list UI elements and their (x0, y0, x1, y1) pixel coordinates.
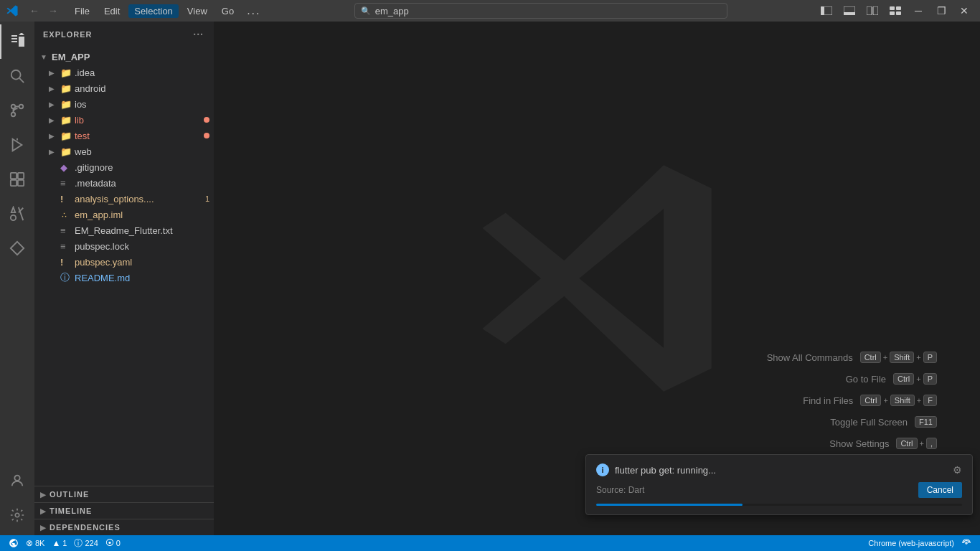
restore-button[interactable]: ❐ (931, 4, 951, 18)
folder-name-android: android (75, 83, 214, 94)
close-button[interactable]: ✕ (954, 4, 974, 18)
tree-item-pubspec-yaml[interactable]: ▶ ! pubspec.yaml (34, 254, 214, 270)
notification-cancel-button[interactable]: Cancel (918, 482, 962, 498)
tree-item-readme-md[interactable]: ▶ ⓘ README.md (34, 270, 214, 286)
outline-section-header[interactable]: ▶ OUTLINE (34, 486, 214, 502)
status-language[interactable]: Chrome (web-javascript) (865, 535, 957, 551)
activity-account-icon[interactable] (0, 463, 34, 498)
svg-point-14 (11, 113, 16, 117)
file-name-readme-flutter: EM_Readme_Flutter.txt (75, 225, 214, 236)
tree-item-analysis-options[interactable]: ▶ ! analysis_options.... 1 (34, 191, 214, 207)
shortcut-keys-show-settings: Ctrl + , (896, 438, 937, 449)
tree-item-em-app-iml[interactable]: ▶ ⛬ em_app.iml (34, 207, 214, 222)
customize-layout-button[interactable] (885, 4, 905, 18)
tree-item-pubspec-lock[interactable]: ▶ ≡ pubspec.lock (34, 238, 214, 254)
menu-more[interactable]: ... (242, 3, 265, 19)
activity-bar (0, 22, 34, 535)
folder-name-lib: lib (75, 115, 201, 126)
svg-rect-1 (821, 6, 824, 15)
file-name-analysis-options: analysis_options.... (75, 194, 202, 204)
shortcut-keys-find-in-files: Ctrl + Shift + F (860, 395, 937, 406)
activity-run-icon[interactable] (0, 128, 34, 162)
nav-arrows: ← → (26, 3, 62, 19)
explorer-header: EXPLORER ··· (34, 22, 214, 47)
status-errors[interactable]: ⊗ 8K (23, 535, 47, 551)
search-box[interactable]: 🔍 em_app (354, 3, 727, 19)
back-button[interactable]: ← (26, 3, 43, 19)
svg-marker-21 (11, 242, 24, 255)
search-icon: 🔍 (361, 6, 371, 16)
plus-icon-3: + (916, 375, 920, 383)
notification-header: i flutter pub get: running... ⚙ (596, 463, 962, 476)
activity-search-icon[interactable] (0, 59, 34, 93)
svg-point-10 (11, 70, 21, 80)
tree-root-em-app[interactable]: ▼ EM_APP (34, 49, 214, 65)
tree-item-metadata[interactable]: ▶ ≡ .metadata (34, 175, 214, 191)
timeline-chevron-icon: ▶ (40, 507, 47, 515)
file-tree: ▼ EM_APP ▶ 📁 .idea ▶ 📁 android ▶ 📁 ios (34, 47, 214, 486)
remote-count: 0 (116, 539, 121, 547)
plus-icon-5: + (917, 396, 921, 405)
tree-item-test[interactable]: ▶ 📁 test (34, 128, 214, 143)
folder-icon: 📁 (60, 99, 72, 110)
minimize-button[interactable]: ─ (908, 4, 928, 18)
activity-settings-icon[interactable] (0, 498, 34, 532)
tree-item-readme-flutter[interactable]: ▶ ≡ EM_Readme_Flutter.txt (34, 222, 214, 238)
file-name-pubspec-yaml: pubspec.yaml (75, 257, 214, 268)
notification-popup: i flutter pub get: running... ⚙ Source: … (585, 454, 973, 515)
svg-marker-15 (13, 139, 22, 151)
menu-view[interactable]: View (182, 4, 213, 18)
status-info[interactable]: ⓘ 224 (71, 535, 100, 551)
activity-dart-icon[interactable] (0, 231, 34, 265)
info-status-icon: ⓘ (74, 537, 83, 550)
language-label: Chrome (web-javascript) (868, 539, 954, 547)
chevron-right-icon: ▶ (49, 69, 57, 77)
status-broadcast-icon[interactable] (958, 535, 974, 551)
forward-button[interactable]: → (44, 3, 62, 19)
menu-edit[interactable]: Edit (98, 4, 126, 18)
activity-test-icon[interactable] (0, 197, 34, 231)
shortcut-keys-show-commands: Ctrl + Shift + P (860, 352, 937, 363)
tree-item-idea[interactable]: ▶ 📁 .idea (34, 65, 214, 80)
notification-gear-icon[interactable]: ⚙ (953, 464, 962, 476)
sidebar-more-button[interactable]: ··· (192, 27, 205, 42)
dependencies-section-header[interactable]: ▶ DEPENDENCIES (34, 519, 214, 535)
shortcut-go-to-file: Go to File Ctrl + P (767, 373, 937, 385)
timeline-section-header[interactable]: ▶ TIMELINE (34, 503, 214, 519)
status-warnings[interactable]: ▲ 1 (49, 535, 70, 551)
folder-icon: 📁 (60, 146, 72, 157)
shortcut-show-commands: Show All Commands Ctrl + Shift + P (767, 352, 937, 363)
toggle-panel-button[interactable] (839, 4, 859, 18)
activity-explorer-icon[interactable] (0, 24, 34, 59)
menu-go[interactable]: Go (216, 4, 240, 18)
tree-item-ios[interactable]: ▶ 📁 ios (34, 96, 214, 112)
plus-icon: + (883, 353, 887, 362)
iml-file-icon: ⛬ (60, 210, 72, 219)
key-shift-2: Shift (890, 395, 915, 406)
menu-file[interactable]: File (69, 4, 95, 18)
tree-item-gitignore[interactable]: ▶ ◆ .gitignore (34, 159, 214, 175)
tree-item-web[interactable]: ▶ 📁 web (34, 143, 214, 159)
folder-name-ios: ios (75, 99, 214, 110)
activity-extensions-icon[interactable] (0, 162, 34, 197)
notification-message: flutter pub get: running... (615, 465, 716, 476)
status-bar-left: ⊗ 8K ▲ 1 ⓘ 224 ⦿ 0 (6, 535, 123, 551)
activity-source-control-icon[interactable] (0, 93, 34, 128)
txt-file-icon: ≡ (60, 225, 72, 236)
tree-item-android[interactable]: ▶ 📁 android (34, 80, 214, 96)
root-folder-name: EM_APP (52, 52, 214, 62)
toggle-editor-button[interactable] (862, 4, 882, 18)
key-shift: Shift (890, 352, 914, 363)
menu-selection[interactable]: Selection (128, 4, 178, 18)
broadcast-icon: ⦿ (105, 538, 114, 548)
sidebar: EXPLORER ··· ▼ EM_APP ▶ 📁 .idea ▶ 📁 andr… (34, 22, 214, 535)
shortcut-label-show-settings: Show Settings (829, 438, 889, 449)
vscode-watermark (461, 142, 733, 415)
status-remote-icon[interactable] (6, 535, 22, 551)
info-count: 224 (85, 539, 98, 547)
tree-item-lib[interactable]: ▶ 📁 lib (34, 112, 214, 128)
status-remote-connections[interactable]: ⦿ 0 (103, 535, 123, 551)
main-layout: EXPLORER ··· ▼ EM_APP ▶ 📁 .idea ▶ 📁 andr… (0, 22, 980, 535)
folder-name-idea: .idea (75, 67, 214, 78)
toggle-sidebar-button[interactable] (816, 4, 837, 18)
